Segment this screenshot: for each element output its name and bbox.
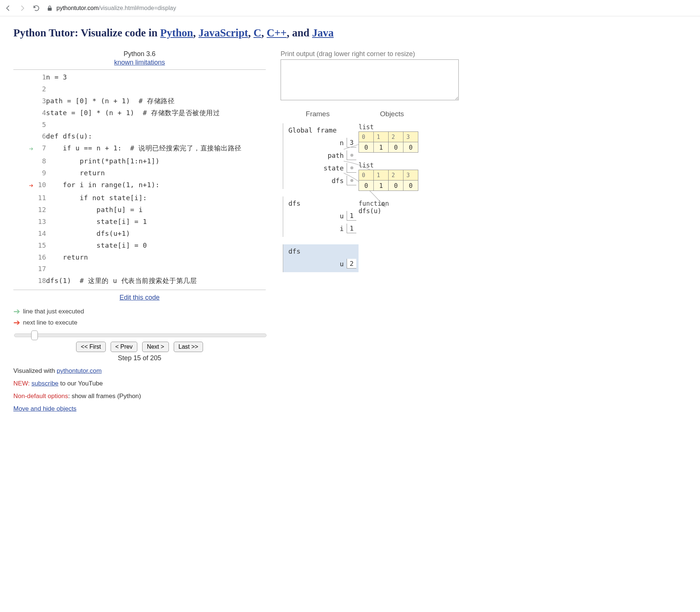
edit-code-link[interactable]: Edit this code xyxy=(120,294,160,301)
object-list-path: list 01230100 xyxy=(359,123,451,153)
prev-button[interactable]: < Prev xyxy=(111,342,138,352)
first-button[interactable]: << First xyxy=(76,342,106,352)
title-link-cpp[interactable]: C++ xyxy=(266,27,287,39)
code-line: ➔7 if u == n + 1: # 说明已经搜索完了，直接输出路径 xyxy=(23,142,266,155)
variable-name: n xyxy=(340,139,344,147)
move-hide-link[interactable]: Move and hide objects xyxy=(13,405,76,412)
code-line: 16 return xyxy=(23,251,266,263)
code-line: 12 path[u] = i xyxy=(23,204,266,216)
value-box: 2 xyxy=(347,259,356,268)
function-signature: dfs(u) xyxy=(359,207,451,215)
code-line: 3path = [0] * (n + 1) # 存储路径 xyxy=(23,95,266,107)
last-button[interactable]: Last >> xyxy=(174,342,203,352)
pointer-box xyxy=(347,176,356,185)
title-prefix: Python Tutor: Visualize code in xyxy=(13,27,160,39)
step-slider[interactable] xyxy=(14,333,266,337)
variable-name: i xyxy=(340,225,344,232)
code-line: 8 print(*path[1:n+1]) xyxy=(23,155,266,167)
code-line: 15 state[i] = 0 xyxy=(23,240,266,251)
arrow-prev-icon: ➔ xyxy=(29,144,33,153)
back-icon[interactable] xyxy=(4,4,12,12)
frame: dfsu2 xyxy=(283,244,359,272)
title-link-c[interactable]: C xyxy=(253,27,261,39)
variable-row: path xyxy=(287,149,359,162)
variable-row: u1 xyxy=(287,209,359,222)
variable-row: u2 xyxy=(287,257,359,270)
value-box: 1 xyxy=(347,224,356,233)
frame: Global framen3pathstatedfs xyxy=(283,123,359,189)
forward-icon[interactable] xyxy=(19,4,26,12)
code-line: ➔10 for i in range(1, n+1): xyxy=(23,179,266,192)
object-function: function dfs(u) xyxy=(359,200,451,215)
code-line: 18dfs(1) # 这里的 u 代表当前搜索处于第几层 xyxy=(23,275,266,287)
code-line: 17 xyxy=(23,263,266,275)
variable-name: u xyxy=(340,212,344,220)
lock-icon xyxy=(47,5,53,11)
code-line: 9 return xyxy=(23,167,266,179)
frame-title: Global frame xyxy=(287,126,359,136)
url-host: pythontutor.com xyxy=(56,5,99,11)
reload-icon[interactable] xyxy=(33,4,40,12)
code-line: 14 dfs(u+1) xyxy=(23,228,266,240)
code-listing: 1n = 323path = [0] * (n + 1) # 存储路径4stat… xyxy=(23,71,266,287)
divider xyxy=(13,69,266,70)
frames-header: Frames xyxy=(281,110,355,118)
print-output-label: Print output (drag lower right corner to… xyxy=(281,50,687,58)
code-line: 13 state[i] = 1 xyxy=(23,216,266,228)
variable-row: n3 xyxy=(287,136,359,149)
code-line: 11 if not state[i]: xyxy=(23,192,266,204)
pointer-box xyxy=(347,150,356,160)
arrow-next-icon: ➔ xyxy=(29,181,33,190)
pythontutor-link[interactable]: pythontutor.com xyxy=(57,367,102,374)
variable-row: dfs xyxy=(287,174,359,187)
frame-title: dfs xyxy=(287,247,359,257)
title-link-java[interactable]: Java xyxy=(312,27,334,39)
nondefault-line: Non-default options: show all frames (Py… xyxy=(13,393,266,400)
next-button[interactable]: Next > xyxy=(142,342,169,352)
code-line: 6def dfs(u): xyxy=(23,130,266,142)
arrow-prev-icon: ➔ xyxy=(13,307,20,316)
subscribe-link[interactable]: subscribe xyxy=(32,380,59,387)
page-title: Python Tutor: Visualize code in Python, … xyxy=(13,27,687,39)
variable-row: state xyxy=(287,162,359,174)
browser-toolbar: pythontutor.com/visualize.html#mode=disp… xyxy=(0,0,700,16)
code-line: 2 xyxy=(23,83,266,95)
title-link-javascript[interactable]: JavaScript xyxy=(199,27,248,39)
variable-name: path xyxy=(328,152,344,159)
print-output[interactable] xyxy=(281,59,459,100)
youtube-line: NEW: subscribe to our YouTube xyxy=(13,380,266,387)
python-version: Python 3.6 xyxy=(13,50,266,58)
address-bar[interactable]: pythontutor.com/visualize.html#mode=disp… xyxy=(47,5,696,12)
variable-name: dfs xyxy=(331,177,344,185)
frame: dfsu1i1 xyxy=(283,196,359,237)
value-box: 3 xyxy=(347,138,356,147)
variable-row: i1 xyxy=(287,222,359,235)
pointer-box xyxy=(347,163,356,173)
code-line: 1n = 3 xyxy=(23,71,266,83)
legend-prev: ➔line that just executed xyxy=(13,307,266,316)
value-box: 1 xyxy=(347,211,356,221)
object-list-state: list 01230100 xyxy=(359,162,451,191)
url-path: /visualize.html#mode=display xyxy=(99,5,176,11)
divider xyxy=(13,290,266,290)
variable-name: state xyxy=(324,164,344,172)
arrow-next-icon: ➔ xyxy=(13,318,20,328)
visualized-with: Visualized with pythontutor.com xyxy=(13,367,266,375)
variable-name: u xyxy=(340,260,344,268)
known-limitations-link[interactable]: known limitations xyxy=(114,59,165,66)
frame-title: dfs xyxy=(287,199,359,209)
legend-next: ➔next line to execute xyxy=(13,318,266,328)
step-label: Step 15 of 205 xyxy=(13,354,266,362)
visualization-area: Global framen3pathstatedfsdfsu1i1dfsu2 l… xyxy=(281,123,687,280)
code-line: 5 xyxy=(23,119,266,131)
objects-header: Objects xyxy=(355,110,429,118)
code-line: 4state = [0] * (n + 1) # 存储数字是否被使用过 xyxy=(23,107,266,119)
title-link-python[interactable]: Python xyxy=(160,27,193,39)
